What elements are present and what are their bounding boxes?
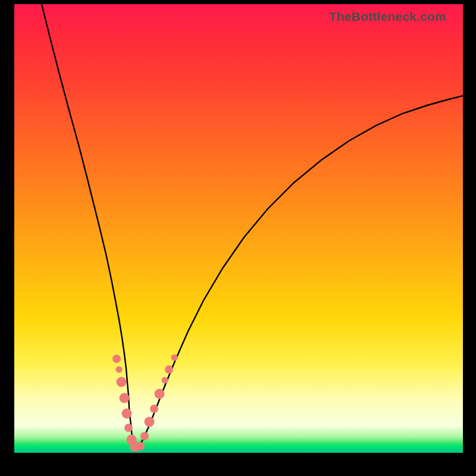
marker-dot [165, 365, 173, 374]
marker-dot [112, 355, 121, 363]
marker-dots-group [112, 355, 178, 452]
marker-dot [117, 377, 127, 387]
plot-area: TheBottleneck.com [14, 4, 463, 453]
marker-dot [116, 367, 123, 373]
right-curve [134, 96, 463, 452]
marker-dot [122, 409, 132, 419]
marker-dot [124, 424, 133, 432]
marker-dot [162, 377, 168, 384]
marker-dot [171, 355, 178, 361]
marker-dot [155, 389, 165, 399]
marker-dot [140, 432, 149, 440]
marker-dot [136, 442, 145, 450]
marker-dot [150, 405, 158, 413]
marker-dot [145, 417, 155, 427]
chart-svg [14, 4, 463, 453]
marker-dot [120, 393, 130, 403]
